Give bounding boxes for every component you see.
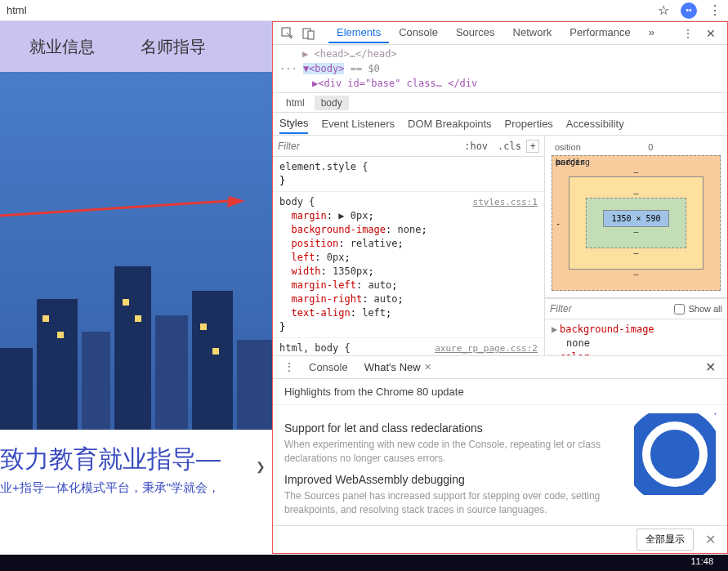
- svg-rect-7: [42, 315, 49, 322]
- clock: 11:48: [690, 556, 713, 566]
- styles-filter-row: :hov .cls +: [273, 136, 544, 157]
- styletab-styles[interactable]: Styles: [279, 114, 308, 134]
- city-silhouette: [0, 185, 272, 430]
- svg-rect-2: [82, 332, 110, 430]
- nav-item-jobs[interactable]: 就业信息: [29, 36, 95, 58]
- svg-marker-14: [227, 196, 245, 207]
- svg-rect-12: [212, 348, 219, 355]
- drawer-para-1: When experimenting with new code in the …: [284, 438, 623, 466]
- svg-rect-4: [155, 315, 188, 430]
- svg-rect-9: [123, 299, 129, 306]
- drawer-tab-close-icon[interactable]: ✕: [424, 362, 431, 372]
- tab-elements[interactable]: Elements: [328, 23, 389, 43]
- drawer-para-2: The Sources panel has increased support …: [284, 489, 623, 517]
- rule-html-body: axure_rp_page.css:2 html, body { height:…: [273, 338, 544, 355]
- menu-icon[interactable]: ⋮: [708, 2, 721, 18]
- new-rule-button[interactable]: +: [526, 140, 539, 153]
- styletab-breakpoints[interactable]: DOM Breakpoints: [408, 114, 492, 133]
- drawer-menu-icon[interactable]: ⋮: [278, 361, 301, 372]
- devtools-close-icon[interactable]: ✕: [699, 27, 722, 40]
- drawer-tab-console[interactable]: Console: [301, 358, 356, 377]
- crumb-html[interactable]: html: [279, 96, 311, 110]
- toolbar-icons: ☆ •• ⋮: [658, 2, 721, 19]
- hero-image: [0, 72, 272, 430]
- cls-toggle[interactable]: .cls: [493, 141, 526, 152]
- box-content: 1350 × 590: [603, 210, 669, 227]
- tab-performance[interactable]: Performance: [561, 23, 638, 43]
- headline: 致力教育就业指导—: [0, 430, 272, 480]
- devtools-body: :hov .cls + element.style {} styles.css:…: [273, 136, 727, 355]
- browser-toolbar: html ☆ •• ⋮: [0, 0, 728, 21]
- svg-rect-3: [114, 266, 151, 430]
- svg-rect-6: [237, 340, 272, 430]
- source-link[interactable]: axure_rp_page.css:2: [435, 341, 538, 355]
- url-text: html: [7, 4, 658, 16]
- svg-rect-8: [57, 332, 64, 338]
- dom-tree[interactable]: ▶ <head>…</head> ··· ▼<body> == $0 ▶<div…: [273, 45, 727, 93]
- devtools-menu-icon[interactable]: ⋮: [678, 28, 698, 39]
- hov-toggle[interactable]: :hov: [459, 141, 493, 152]
- inspect-icon[interactable]: [278, 24, 297, 43]
- source-link[interactable]: styles.css:1: [473, 195, 538, 209]
- svg-rect-0: [0, 348, 33, 430]
- devtools-tabs: Elements Console Sources Network Perform…: [328, 23, 677, 43]
- drawer: ⋮ Console What's New ✕ ✕ Highlights from…: [273, 355, 727, 553]
- scroll-right-icon[interactable]: ❯: [256, 460, 266, 473]
- page-content: 就业信息 名师指导 致力教育就业指导— 业+指导一体化模式平台，秉承"学就会， …: [0, 21, 272, 524]
- drawer-dismiss-icon[interactable]: ✕: [702, 532, 719, 547]
- tab-network[interactable]: Network: [505, 23, 561, 43]
- drawer-body: Support for let and class redeclarations…: [273, 405, 727, 525]
- drawer-heading-2: Improved WebAssembly debugging: [284, 473, 623, 486]
- computed-list[interactable]: ▶background-imagenone ▶color rgb(0, 0, 0…: [545, 319, 727, 355]
- styletab-properties[interactable]: Properties: [505, 114, 553, 133]
- svg-line-13: [0, 201, 229, 216]
- drawer-tab-whatsnew[interactable]: What's New: [356, 358, 429, 377]
- extension-icon[interactable]: ••: [681, 2, 697, 19]
- svg-rect-11: [200, 323, 207, 330]
- drawer-illustration: [634, 413, 716, 495]
- rule-element-style: element.style {}: [273, 157, 544, 192]
- computed-pane: osition0 margin – border – padding 1350 …: [545, 136, 727, 355]
- computed-filter-row: Show all: [545, 298, 727, 319]
- drawer-highlights: Highlights from the Chrome 80 update: [284, 386, 716, 404]
- svg-rect-5: [192, 291, 233, 430]
- subline: 业+指导一体化模式平台，秉承"学就会，: [0, 480, 272, 496]
- devtools-panel: Elements Console Sources Network Perform…: [272, 21, 728, 554]
- show-all-button[interactable]: 全部显示: [636, 529, 694, 551]
- drawer-close-icon[interactable]: ✕: [699, 359, 722, 375]
- drawer-heading-1: Support for let and class redeclarations: [284, 422, 623, 435]
- tab-console[interactable]: Console: [391, 23, 446, 43]
- svg-rect-10: [135, 315, 141, 322]
- styles-pane: :hov .cls + element.style {} styles.css:…: [273, 136, 545, 355]
- svg-rect-17: [308, 31, 314, 39]
- box-right-value: -556: [726, 219, 727, 228]
- rule-body-styles: styles.css:1 body { margin: ▶ 0px; backg…: [273, 192, 544, 338]
- breadcrumb: html body: [273, 93, 727, 113]
- tab-more[interactable]: »: [641, 23, 663, 43]
- style-tabs: Styles Event Listeners DOM Breakpoints P…: [273, 113, 727, 136]
- show-all-checkbox[interactable]: Show all: [674, 304, 722, 314]
- styletab-accessibility[interactable]: Accessibility: [566, 114, 624, 133]
- drawer-footer: 全部显示 ✕: [273, 525, 727, 553]
- drawer-tabs: ⋮ Console What's New ✕ ✕: [273, 356, 727, 379]
- box-model: osition0 margin – border – padding 1350 …: [545, 136, 727, 298]
- styles-filter-input[interactable]: [278, 141, 459, 152]
- nav-bar: 就业信息 名师指导: [0, 21, 272, 72]
- arrow-annotation: [0, 194, 245, 219]
- nav-item-tutors[interactable]: 名师指导: [141, 36, 206, 58]
- crumb-body[interactable]: body: [315, 96, 349, 110]
- devtools-header: Elements Console Sources Network Perform…: [273, 22, 727, 45]
- tab-sources[interactable]: Sources: [448, 23, 503, 43]
- taskbar: [0, 555, 728, 571]
- device-toggle-icon[interactable]: [299, 24, 319, 43]
- styletab-listeners[interactable]: Event Listeners: [321, 114, 395, 133]
- css-rules[interactable]: element.style {} styles.css:1 body { mar…: [273, 157, 544, 355]
- bookmark-star-icon[interactable]: ☆: [658, 2, 669, 18]
- computed-filter-input[interactable]: [550, 303, 674, 314]
